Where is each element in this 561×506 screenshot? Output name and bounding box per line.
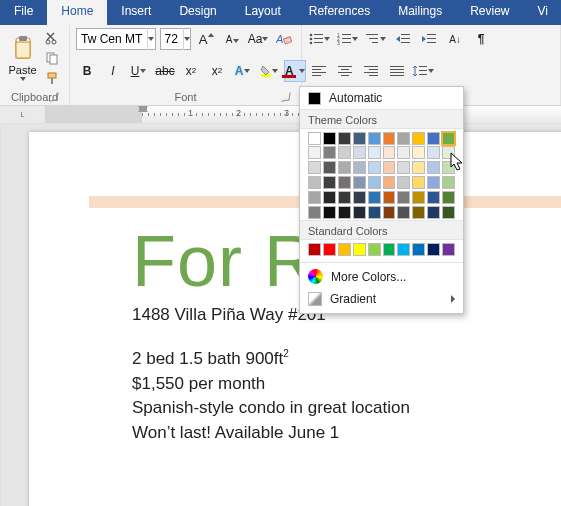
tab-mailings[interactable]: Mailings [384,0,456,25]
color-swatch[interactable] [338,206,351,219]
color-swatch[interactable] [308,206,321,219]
tab-selector[interactable]: L [0,106,46,123]
clipboard-launcher[interactable] [41,91,63,103]
color-swatch[interactable] [442,146,455,159]
color-swatch[interactable] [353,176,366,189]
line-spacing-button[interactable] [412,60,436,82]
tab-home[interactable]: Home [47,0,107,25]
align-right-button[interactable] [360,60,382,82]
font-launcher[interactable] [273,91,295,103]
color-swatch[interactable] [338,176,351,189]
text-effects-button[interactable]: A [232,60,254,82]
color-swatch[interactable] [353,146,366,159]
color-swatch[interactable] [338,243,351,256]
color-swatch[interactable] [427,161,440,174]
color-swatch[interactable] [353,191,366,204]
color-swatch[interactable] [442,132,455,145]
color-swatch[interactable] [397,161,410,174]
doc-line[interactable]: $1,550 per month [132,373,561,396]
format-painter-button[interactable] [41,68,63,88]
color-swatch[interactable] [323,191,336,204]
color-swatch[interactable] [383,161,396,174]
superscript-button[interactable]: x2 [206,60,228,82]
page[interactable]: For Rent 1488 Villa Piña Way #201 2 bed … [29,132,561,506]
color-swatch[interactable] [427,191,440,204]
color-swatch[interactable] [383,206,396,219]
increase-indent-button[interactable] [418,28,440,50]
color-swatch[interactable] [397,206,410,219]
bullets-button[interactable] [308,28,332,50]
color-swatch[interactable] [368,132,381,145]
color-swatch[interactable] [308,176,321,189]
highlight-button[interactable] [258,60,280,82]
doc-line[interactable]: 2 bed 1.5 bath 900ft2 [132,347,561,371]
color-swatch[interactable] [412,146,425,159]
doc-body[interactable]: 1488 Villa Piña Way #201 2 bed 1.5 bath … [132,304,561,445]
color-swatch[interactable] [383,146,396,159]
color-swatch[interactable] [353,243,366,256]
color-swatch[interactable] [383,243,396,256]
change-case-button[interactable]: Aa [247,28,269,50]
font-name-combo[interactable] [76,28,156,50]
align-left-button[interactable] [308,60,330,82]
gradient-item[interactable]: Gradient [300,288,463,310]
automatic-color-item[interactable]: Automatic [300,87,463,109]
color-swatch[interactable] [397,132,410,145]
font-name-input[interactable] [77,29,147,49]
color-swatch[interactable] [383,176,396,189]
color-swatch[interactable] [323,243,336,256]
italic-button[interactable]: I [102,60,124,82]
color-swatch[interactable] [368,176,381,189]
color-swatch[interactable] [427,206,440,219]
color-swatch[interactable] [353,206,366,219]
bold-button[interactable]: B [76,60,98,82]
color-swatch[interactable] [397,146,410,159]
doc-line[interactable]: Spanish-style condo in great location [132,397,561,420]
color-swatch[interactable] [442,161,455,174]
color-swatch[interactable] [368,191,381,204]
color-swatch[interactable] [338,161,351,174]
show-marks-button[interactable]: ¶ [470,28,492,50]
color-swatch[interactable] [383,132,396,145]
color-swatch[interactable] [353,132,366,145]
color-swatch[interactable] [412,176,425,189]
tab-design[interactable]: Design [165,0,230,25]
numbering-button[interactable]: 123 [336,28,360,50]
color-swatch[interactable] [412,206,425,219]
color-swatch[interactable] [323,132,336,145]
strikethrough-button[interactable]: abc [154,60,176,82]
color-swatch[interactable] [427,176,440,189]
tab-insert[interactable]: Insert [107,0,165,25]
tab-layout[interactable]: Layout [231,0,295,25]
paste-button[interactable]: Paste [6,28,39,86]
color-swatch[interactable] [308,191,321,204]
color-swatch[interactable] [397,191,410,204]
color-swatch[interactable] [368,161,381,174]
grow-font-button[interactable]: A [195,28,217,50]
tab-file[interactable]: File [0,0,47,25]
color-swatch[interactable] [308,146,321,159]
color-swatch[interactable] [323,146,336,159]
color-swatch[interactable] [427,132,440,145]
color-swatch[interactable] [353,161,366,174]
color-swatch[interactable] [338,191,351,204]
color-swatch[interactable] [412,132,425,145]
color-swatch[interactable] [442,176,455,189]
vertical-ruler[interactable] [0,124,1,506]
clear-formatting-button[interactable]: A [273,28,295,50]
color-swatch[interactable] [427,146,440,159]
tab-view-cut[interactable]: Vi [524,0,561,25]
font-name-dd[interactable] [147,28,154,50]
doc-line[interactable]: Won’t last! Available June 1 [132,422,561,445]
color-swatch[interactable] [412,243,425,256]
color-swatch[interactable] [442,206,455,219]
font-size-dd[interactable] [183,28,190,50]
cut-button[interactable] [41,28,63,48]
color-swatch[interactable] [368,146,381,159]
color-swatch[interactable] [442,243,455,256]
sort-button[interactable]: A↓ [444,28,466,50]
font-size-input[interactable] [161,29,183,49]
shrink-font-button[interactable]: A [221,28,243,50]
color-swatch[interactable] [368,243,381,256]
color-swatch[interactable] [338,146,351,159]
